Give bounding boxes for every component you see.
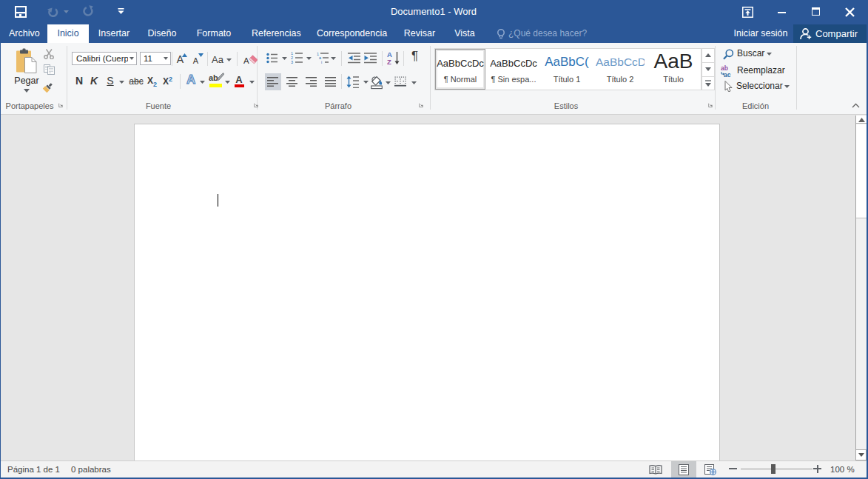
svg-text:ac: ac [724, 71, 731, 78]
svg-text:A: A [243, 56, 249, 65]
svg-text:i: i [321, 60, 322, 64]
svg-text:Z: Z [387, 58, 391, 65]
svg-text:3: 3 [291, 60, 293, 64]
